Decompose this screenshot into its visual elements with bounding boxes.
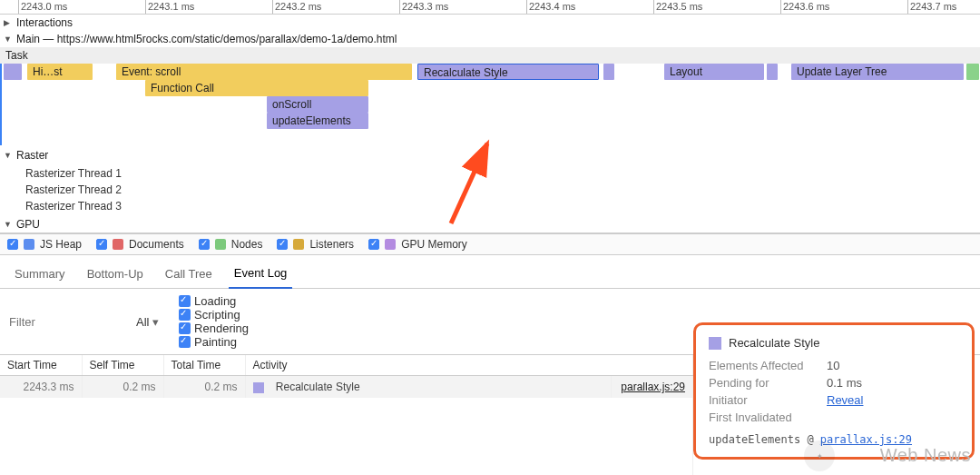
legend-swatch [24, 239, 34, 250]
filter-check-scripting[interactable]: Scripting [179, 308, 249, 322]
collapse-icon: ▼ [4, 35, 13, 44]
flame-bar[interactable]: updateElements [267, 113, 368, 129]
column-header[interactable]: Activity [245, 355, 693, 376]
legend-checkbox[interactable] [277, 239, 288, 250]
activity-swatch [253, 382, 264, 393]
cell-total-time: 0.2 ms [163, 376, 245, 399]
raster-thread-row[interactable]: Rasterizer Thread 2 [25, 182, 980, 198]
ruler-tick: 2243.7 ms [907, 0, 956, 14]
ruler-tick: 2243.4 ms [526, 0, 575, 14]
checkbox-icon [179, 295, 191, 307]
tab-call-tree[interactable]: Call Tree [160, 263, 218, 288]
pending-for-value: 0.1 ms [827, 376, 862, 390]
legend-label: Listeners [309, 238, 354, 251]
legend-item[interactable]: Listeners [277, 238, 354, 251]
event-details-panel: Recalculate Style Elements Affected 10 P… [693, 322, 975, 460]
thread-gpu-header[interactable]: ▼ GPU [0, 216, 980, 233]
column-header[interactable]: Total Time [163, 355, 245, 376]
legend-label: GPU Memory [401, 238, 467, 251]
raster-thread-row[interactable]: Rasterizer Thread 3 [25, 198, 980, 214]
cell-source-link[interactable]: parallax.js:29 [612, 376, 693, 399]
flame-bar[interactable]: Layout [664, 64, 764, 80]
table-row[interactable]: 2243.3 ms 0.2 ms 0.2 ms Recalculate Styl… [0, 376, 693, 399]
memory-legend: JS HeapDocumentsNodesListenersGPU Memory [0, 233, 980, 255]
checkbox-icon [179, 309, 191, 321]
thread-main-header[interactable]: ▼ Main — https://www.html5rocks.com/stat… [0, 31, 980, 47]
thread-raster-header[interactable]: ▼ Raster [0, 147, 980, 163]
checkbox-icon [179, 322, 191, 334]
raster-thread-list: Rasterizer Thread 1Rasterizer Thread 2Ra… [0, 163, 980, 216]
legend-checkbox[interactable] [368, 239, 379, 250]
cell-activity: Recalculate Style [245, 376, 612, 399]
details-tabs: SummaryBottom-UpCall TreeEvent Log [0, 255, 980, 289]
details-title: Recalculate Style [729, 336, 819, 350]
filter-dropdown[interactable]: All [132, 315, 162, 329]
legend-label: JS Heap [40, 238, 82, 251]
legend-item[interactable]: Nodes [199, 238, 263, 251]
flame-bar[interactable] [603, 64, 614, 80]
raster-thread-row[interactable]: Rasterizer Thread 1 [25, 165, 980, 182]
ruler-tick: 2243.3 ms [399, 0, 448, 14]
expand-icon: ▶ [4, 18, 13, 27]
flame-chart[interactable]: Hi…stEvent: scrollRecalculate StyleLayou… [0, 64, 980, 145]
legend-checkbox[interactable] [199, 239, 210, 250]
task-label: Task [5, 49, 28, 62]
legend-swatch [215, 239, 226, 250]
column-header[interactable]: Start Time [0, 355, 82, 376]
activity-swatch [709, 337, 721, 350]
gpu-label: GPU [16, 218, 40, 231]
thread-interactions-header[interactable]: ▶ Interactions [0, 15, 980, 31]
flame-bar[interactable] [966, 64, 979, 80]
flame-bar[interactable] [4, 64, 22, 80]
watermark-icon: ✦ [804, 440, 835, 471]
legend-checkbox[interactable] [7, 239, 18, 250]
ruler-tick: 2243.2 ms [272, 0, 321, 14]
ruler-tick: 2243.6 ms [780, 0, 829, 14]
checkbox-icon [179, 336, 191, 348]
task-row: Task [0, 47, 980, 64]
interactions-label: Interactions [16, 16, 73, 29]
tab-summary[interactable]: Summary [9, 263, 71, 288]
tab-bottom-up[interactable]: Bottom-Up [82, 263, 149, 288]
raster-label: Raster [16, 149, 48, 162]
flame-bar[interactable]: Hi…st [27, 64, 93, 80]
ruler-tick: 2243.0 ms [18, 0, 67, 14]
legend-checkbox[interactable] [96, 239, 107, 250]
collapse-icon: ▼ [4, 220, 13, 229]
filter-input[interactable] [7, 314, 125, 330]
filter-check-painting[interactable]: Painting [179, 335, 249, 349]
flame-bar[interactable]: Recalculate Style [417, 64, 599, 80]
main-label: Main — https://www.html5rocks.com/static… [16, 33, 397, 45]
flame-bar[interactable]: onScroll [267, 96, 368, 113]
filter-check-rendering[interactable]: Rendering [179, 322, 249, 335]
collapse-icon: ▼ [4, 151, 13, 160]
ruler-tick: 2243.1 ms [145, 0, 194, 14]
legend-item[interactable]: GPU Memory [368, 238, 467, 251]
cell-self-time: 0.2 ms [82, 376, 163, 399]
flame-bar[interactable]: Update Layer Tree [791, 64, 964, 80]
filter-check-loading[interactable]: Loading [179, 294, 249, 308]
event-log-table[interactable]: Start TimeSelf TimeTotal TimeActivity 22… [0, 355, 693, 475]
cell-start-time: 2243.3 ms [0, 376, 82, 399]
legend-swatch [293, 239, 304, 250]
legend-item[interactable]: JS Heap [7, 238, 82, 251]
flame-bar[interactable]: Function Call [145, 80, 368, 96]
legend-swatch [385, 239, 396, 250]
initiator-reveal-link[interactable]: Reveal [827, 393, 863, 407]
legend-label: Nodes [231, 238, 263, 251]
legend-swatch [113, 239, 123, 250]
legend-label: Documents [129, 238, 184, 251]
timeline-ruler[interactable]: 2243.0 ms2243.1 ms2243.2 ms2243.3 ms2243… [0, 0, 980, 15]
stack-source-link[interactable]: parallax.js:29 [820, 433, 912, 446]
tab-event-log[interactable]: Event Log [229, 262, 293, 289]
column-header[interactable]: Self Time [82, 355, 163, 376]
ruler-tick: 2243.5 ms [653, 0, 702, 14]
flame-bar[interactable] [767, 64, 778, 80]
elements-affected-value: 10 [827, 359, 839, 372]
legend-item[interactable]: Documents [96, 238, 184, 251]
flame-bar[interactable]: Event: scroll [116, 64, 412, 80]
